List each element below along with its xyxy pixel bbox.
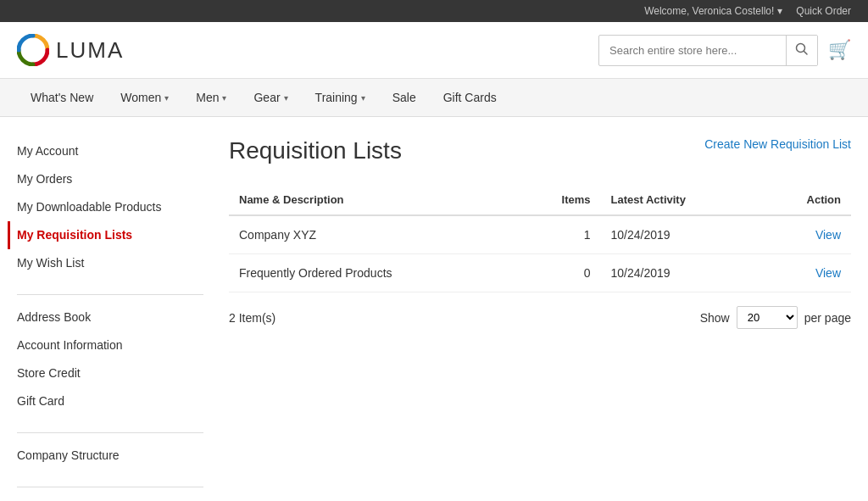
chevron-down-icon: ▾ <box>164 93 169 103</box>
sidebar-divider <box>17 487 203 487</box>
sidebar-item-address-book[interactable]: Address Book <box>17 303 203 331</box>
col-name-&-description: Name & Description <box>229 185 519 215</box>
row-1-name: Frequently Ordered Products <box>229 254 519 292</box>
row-0-name: Company XYZ <box>229 215 519 254</box>
header-right: 🛒 <box>598 35 851 66</box>
row-0-activity: 10/24/2019 <box>601 215 760 254</box>
quick-order-link[interactable]: Quick Order <box>796 5 851 17</box>
main-content: My AccountMy OrdersMy Downloadable Produ… <box>0 117 868 501</box>
row-0-items: 1 <box>519 215 601 254</box>
welcome-chevron-icon: ▾ <box>777 5 782 17</box>
sidebar-section-1: Address BookAccount InformationStore Cre… <box>17 303 203 415</box>
search-button[interactable] <box>786 36 817 65</box>
pagination-row: 2 Item(s) Show 102050100 per page <box>229 306 851 329</box>
sidebar: My AccountMy OrdersMy Downloadable Produ… <box>17 137 203 501</box>
logo-text: LUMA <box>56 37 124 64</box>
cart-icon[interactable]: 🛒 <box>828 39 851 61</box>
nav-item-what's-new[interactable]: What's New <box>17 79 107 116</box>
table-header-row: Name & DescriptionItemsLatest ActivityAc… <box>229 185 851 215</box>
sidebar-item-gift-card[interactable]: Gift Card <box>17 387 203 415</box>
content-header: Requisition Lists Create New Requisition… <box>229 137 851 164</box>
table-row: Company XYZ110/24/2019View <box>229 215 851 254</box>
logo-link[interactable]: LUMA <box>17 34 124 66</box>
nav-item-gift-cards[interactable]: Gift Cards <box>430 79 510 116</box>
row-1-action: View <box>760 254 851 292</box>
search-input[interactable] <box>599 37 786 64</box>
items-count: 2 Item(s) <box>229 311 275 325</box>
table-row: Frequently Ordered Products010/24/2019Vi… <box>229 254 851 292</box>
col-items: Items <box>519 185 601 215</box>
requisition-table: Name & DescriptionItemsLatest ActivityAc… <box>229 185 851 292</box>
page-title: Requisition Lists <box>229 137 402 164</box>
nav-item-women[interactable]: Women▾ <box>107 79 182 116</box>
col-action: Action <box>760 185 851 215</box>
create-requisition-link[interactable]: Create New Requisition List <box>704 137 851 151</box>
per-page-label: per page <box>804 311 851 325</box>
sidebar-item-company-structure[interactable]: Company Structure <box>17 442 203 470</box>
sidebar-section-0: My AccountMy OrdersMy Downloadable Produ… <box>17 137 203 277</box>
sidebar-section-2: Company Structure <box>17 442 203 470</box>
sidebar-item-my-wish-list[interactable]: My Wish List <box>17 249 203 277</box>
sidebar-section-3: Reward PointsGift RegistryMy Product Rev… <box>17 496 203 501</box>
sidebar-divider <box>17 294 203 295</box>
row-0-view-link[interactable]: View <box>815 228 841 242</box>
sidebar-item-my-account[interactable]: My Account <box>17 137 203 165</box>
nav-item-gear[interactable]: Gear▾ <box>240 79 301 116</box>
nav-item-men[interactable]: Men▾ <box>182 79 240 116</box>
row-1-items: 0 <box>519 254 601 292</box>
sidebar-divider <box>17 432 203 433</box>
sidebar-item-my-requisition-lists[interactable]: My Requisition Lists <box>8 221 203 249</box>
search-icon <box>795 42 809 56</box>
main-nav: What's NewWomen▾Men▾Gear▾Training▾SaleGi… <box>0 79 868 117</box>
search-bar <box>598 35 818 66</box>
nav-item-training[interactable]: Training▾ <box>302 79 379 116</box>
site-header: LUMA 🛒 <box>0 22 868 79</box>
sidebar-item-my-downloadable-products[interactable]: My Downloadable Products <box>17 193 203 221</box>
svg-line-2 <box>804 51 808 54</box>
sidebar-item-reward-points[interactable]: Reward Points <box>17 496 203 501</box>
welcome-text: Welcome, Veronica Costello! <box>644 5 774 17</box>
logo-icon <box>17 34 49 66</box>
top-bar: Welcome, Veronica Costello! ▾ Quick Orde… <box>0 0 868 22</box>
chevron-down-icon: ▾ <box>284 93 288 103</box>
col-latest-activity: Latest Activity <box>601 185 760 215</box>
row-0-action: View <box>760 215 851 254</box>
row-1-activity: 10/24/2019 <box>601 254 760 292</box>
sidebar-item-store-credit[interactable]: Store Credit <box>17 359 203 387</box>
chevron-down-icon: ▾ <box>222 93 226 103</box>
chevron-down-icon: ▾ <box>361 93 365 103</box>
per-page-select[interactable]: 102050100 <box>737 306 798 329</box>
nav-item-sale[interactable]: Sale <box>379 79 430 116</box>
welcome-message[interactable]: Welcome, Veronica Costello! ▾ <box>644 5 782 17</box>
content-area: Requisition Lists Create New Requisition… <box>229 137 851 501</box>
sidebar-item-my-orders[interactable]: My Orders <box>17 165 203 193</box>
show-label: Show <box>700 311 730 325</box>
row-1-view-link[interactable]: View <box>815 266 841 280</box>
sidebar-item-account-information[interactable]: Account Information <box>17 331 203 359</box>
per-page-control: Show 102050100 per page <box>700 306 851 329</box>
